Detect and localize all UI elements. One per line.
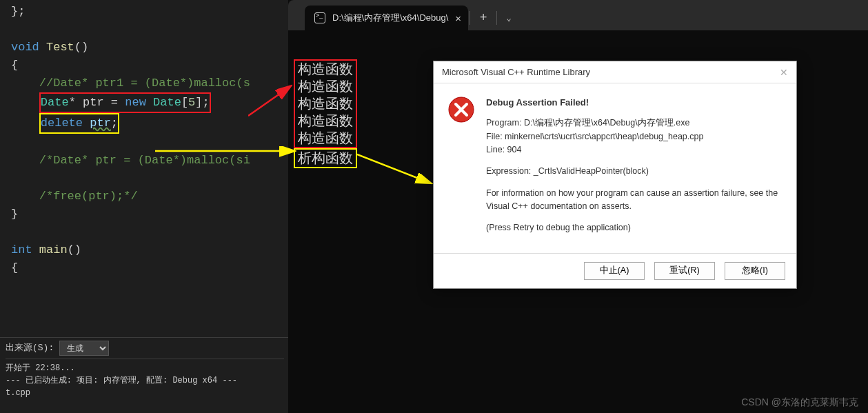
dialog-title-text: Microsoft Visual C++ Runtime Library: [442, 67, 590, 77]
arrow-red: [248, 81, 296, 123]
constructor-line: 构造函数: [298, 130, 353, 147]
output-line: t.cpp: [6, 387, 284, 399]
comment-line: /*free(ptr);*/: [11, 190, 138, 203]
indent: [11, 117, 39, 130]
abort-button[interactable]: 中止(A): [584, 262, 645, 280]
brace-close: }: [11, 208, 18, 221]
code-editor: }; void Test() { //Date* ptr1 = (Date*)m…: [0, 0, 290, 413]
dialog-info: For information on how your program can …: [486, 187, 783, 214]
dialog-heading: Debug Assertion Failed!: [486, 96, 783, 110]
destructor-output-box: 析构函数: [294, 148, 357, 168]
indent: [11, 96, 39, 109]
close-icon[interactable]: ×: [455, 12, 461, 24]
kw-int: int: [11, 243, 32, 256]
type-date2: Date: [153, 96, 181, 109]
dialog-titlebar[interactable]: Microsoft Visual C++ Runtime Library ✕: [434, 61, 796, 83]
retry-button[interactable]: 重试(R): [654, 262, 715, 280]
output-source-select[interactable]: 生成: [59, 341, 109, 356]
ignore-button[interactable]: 忽略(I): [725, 262, 785, 280]
highlight-yellow-delete: delete ptr;: [39, 113, 119, 134]
constructor-line: 构造函数: [298, 112, 353, 130]
dialog-retry-hint: (Press Retry to debug the application): [486, 221, 783, 234]
code-frag: * ptr =: [69, 96, 125, 109]
dialog-file: File: minkernel\crts\ucrt\src\appcrt\hea…: [486, 132, 703, 141]
kw-new: new: [125, 96, 146, 109]
output-source-label: 出来源(S):: [6, 341, 54, 355]
watermark: CSDN @东洛的克莱斯韦克: [741, 396, 858, 409]
constructor-line: 构造函数: [298, 95, 353, 112]
terminal-icon: [314, 12, 325, 23]
constructor-line: 构造函数: [298, 78, 353, 95]
bracket-close: ];: [195, 96, 209, 109]
brace-open: {: [11, 59, 18, 72]
destructor-line: 析构函数: [298, 150, 353, 167]
svg-line-0: [248, 87, 290, 116]
parens: (): [68, 243, 81, 256]
chevron-down-icon[interactable]: ⌄: [498, 6, 519, 30]
kw-delete: delete: [41, 117, 83, 130]
code-area[interactable]: }; void Test() { //Date* ptr1 = (Date*)m…: [0, 0, 290, 277]
kw-void: void: [11, 41, 39, 54]
parens: (): [74, 41, 88, 54]
tab-active[interactable]: D:\编程\内存管理\x64\Debug\ ×: [305, 6, 468, 30]
space: [83, 117, 90, 130]
fn-main: main: [39, 243, 68, 256]
dialog-button-row: 中止(A) 重试(R) 忽略(I): [434, 253, 796, 288]
dialog-program: Program: D:\编程\内存管理\x64\Debug\内存管理.exe: [486, 118, 689, 128]
output-line: 开始于 22:38...: [6, 362, 284, 374]
error-icon: [447, 96, 475, 123]
arrow-yellow-2: [357, 152, 436, 193]
highlight-red-new: Date* ptr = new Date[5];: [39, 92, 211, 113]
terminal-output: 构造函数 构造函数 构造函数 构造函数 构造函数 析构函数: [294, 59, 357, 168]
semicolon: ;: [111, 117, 118, 130]
constructor-line: 构造函数: [298, 61, 353, 78]
comment-line: //Date* ptr1 = (Date*)malloc(s: [11, 77, 250, 90]
dialog-line: Line: 904: [486, 145, 521, 154]
arrow-yellow-1: [155, 145, 300, 157]
dialog-expression: Expression: _CrtIsValidHeapPointer(block…: [486, 165, 783, 178]
number-5: 5: [188, 96, 195, 109]
space: [32, 243, 39, 256]
space: [146, 96, 153, 109]
error-dialog: Microsoft Visual C++ Runtime Library ✕ D…: [433, 61, 797, 289]
close-icon[interactable]: ✕: [780, 67, 788, 78]
tab-bar: D:\编程\内存管理\x64\Debug\ × + ⌄: [288, 0, 868, 30]
bracket: [: [181, 96, 188, 109]
tab-add-button[interactable]: +: [472, 6, 495, 30]
type-date: Date: [41, 96, 69, 109]
constructor-output-box: 构造函数 构造函数 构造函数 构造函数 构造函数: [294, 59, 357, 148]
code-line: };: [11, 5, 25, 18]
output-panel: 出来源(S): 生成 开始于 22:38... --- 已启动生成: 项目: 内…: [0, 337, 290, 413]
brace-open: {: [11, 261, 18, 274]
fn-test: Test: [46, 41, 74, 54]
tab-title: D:\编程\内存管理\x64\Debug\: [332, 12, 448, 24]
svg-line-2: [357, 154, 430, 183]
output-line: --- 已启动生成: 项目: 内存管理, 配置: Debug x64 ---: [6, 374, 284, 387]
var-ptr: ptr: [90, 117, 111, 130]
